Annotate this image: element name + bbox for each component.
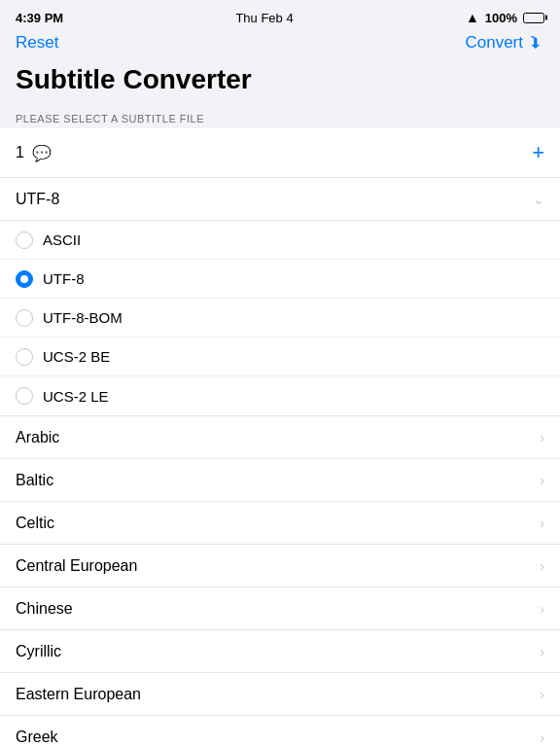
chevron-down-icon: ⌄ xyxy=(533,192,544,207)
radio-ucs2le[interactable] xyxy=(16,387,33,405)
page-title: Subtitle Converter xyxy=(0,60,560,107)
region-item-chinese[interactable]: Chinese › xyxy=(0,587,560,630)
encoding-ascii-label: ASCII xyxy=(43,231,81,248)
chevron-right-icon: › xyxy=(540,473,544,488)
convert-button[interactable]: Convert ⮯ xyxy=(465,33,544,53)
encoding-item-ascii[interactable]: ASCII xyxy=(0,221,560,260)
region-greek-label: Greek xyxy=(16,729,540,746)
radio-ascii[interactable] xyxy=(16,231,33,249)
region-item-cyrillic[interactable]: Cyrillic › xyxy=(0,630,560,673)
encoding-item-ucs2be[interactable]: UCS-2 BE xyxy=(0,338,560,376)
encoding-utf8bom-label: UTF-8-BOM xyxy=(43,309,122,326)
reset-button[interactable]: Reset xyxy=(16,33,58,53)
section1-label: PLEASE SELECT A SUBTITLE FILE xyxy=(0,107,560,128)
encoding-item-utf8bom[interactable]: UTF-8-BOM xyxy=(0,299,560,338)
section1-file-row[interactable]: 1 💬 + xyxy=(0,128,560,178)
region-item-central-european[interactable]: Central European › xyxy=(0,545,560,587)
encoding-ucs2le-label: UCS-2 LE xyxy=(43,388,109,405)
status-icons: ▲ 100% xyxy=(466,10,544,25)
encoding-list: ASCII UTF-8 UTF-8-BOM UCS-2 BE UCS-2 LE xyxy=(0,221,560,416)
region-celtic-label: Celtic xyxy=(16,515,540,532)
region-item-baltic[interactable]: Baltic › xyxy=(0,459,560,502)
encoding-label-1: UTF-8 xyxy=(16,191,533,208)
battery-percent: 100% xyxy=(485,11,517,25)
convert-label: Convert xyxy=(465,33,523,53)
encoding-utf8-label: UTF-8 xyxy=(43,270,85,287)
row-number-1: 1 xyxy=(16,144,24,161)
status-time: 4:39 PM xyxy=(16,11,63,25)
chevron-right-icon: › xyxy=(540,687,544,702)
chevron-right-icon: › xyxy=(540,558,544,574)
encoding-selector-row[interactable]: UTF-8 ⌄ xyxy=(0,178,560,221)
section1-card: 1 💬 + UTF-8 ⌄ ASCII UTF-8 UTF-8-BOM UCS-… xyxy=(0,128,560,747)
add-file-button[interactable]: + xyxy=(532,140,544,165)
region-central-european-label: Central European xyxy=(16,557,540,575)
status-bar: 4:39 PM Thu Feb 4 ▲ 100% xyxy=(0,0,560,29)
chevron-right-icon: › xyxy=(540,516,544,531)
region-baltic-label: Baltic xyxy=(16,472,540,489)
chevron-right-icon: › xyxy=(540,601,544,617)
encoding-item-utf8[interactable]: UTF-8 xyxy=(0,260,560,299)
convert-icon: ⮯ xyxy=(528,33,544,53)
radio-utf8[interactable] xyxy=(16,270,33,288)
radio-ucs2be[interactable] xyxy=(16,348,33,366)
region-item-greek[interactable]: Greek › xyxy=(0,716,560,747)
region-item-celtic[interactable]: Celtic › xyxy=(0,502,560,545)
region-arabic-label: Arabic xyxy=(16,429,540,446)
battery-icon xyxy=(523,13,544,23)
region-cyrillic-label: Cyrillic xyxy=(16,643,540,660)
encoding-ucs2be-label: UCS-2 BE xyxy=(43,348,110,365)
radio-utf8bom[interactable] xyxy=(16,309,33,327)
region-list: Arabic › Baltic › Celtic › Central Europ… xyxy=(0,416,560,747)
wifi-icon: ▲ xyxy=(466,10,479,25)
encoding-item-ucs2le[interactable]: UCS-2 LE xyxy=(0,376,560,415)
chat-bubble-icon: 💬 xyxy=(32,144,52,162)
top-nav: Reset Convert ⮯ xyxy=(0,29,560,60)
chevron-right-icon: › xyxy=(540,430,544,445)
region-item-arabic[interactable]: Arabic › xyxy=(0,416,560,459)
region-chinese-label: Chinese xyxy=(16,600,540,618)
region-item-eastern-european[interactable]: Eastern European › xyxy=(0,673,560,716)
region-eastern-european-label: Eastern European xyxy=(16,686,540,703)
chevron-right-icon: › xyxy=(540,729,544,745)
chevron-right-icon: › xyxy=(540,644,544,659)
status-day: Thu Feb 4 xyxy=(235,11,293,25)
